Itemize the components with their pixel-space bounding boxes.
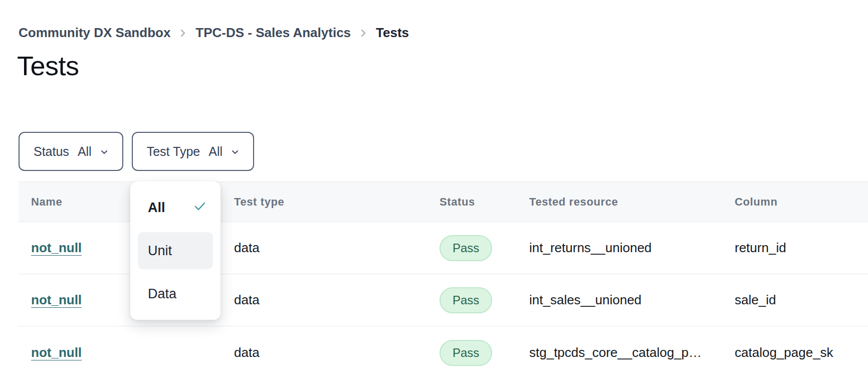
check-icon [194,200,206,216]
cell-tested-resource: int_sales__unioned [529,292,735,308]
status-badge: Pass [440,340,492,366]
test-name-link[interactable]: not_null [31,345,82,360]
test-name-link[interactable]: not_null [31,240,82,255]
dropdown-option-data[interactable]: Data [138,275,213,312]
dropdown-option-label: Unit [148,243,172,259]
dropdown-option-unit[interactable]: Unit [138,232,213,269]
breadcrumb: Community DX Sandbox TPC-DS - Sales Anal… [19,25,409,41]
test-type-filter-label: Test Type [147,144,200,159]
breadcrumb-item-current: Tests [376,25,409,41]
cell-name: not_null [31,345,234,360]
breadcrumb-item-project[interactable]: Community DX Sandbox [19,25,170,41]
column-header-tested-resource: Tested resource [529,196,735,209]
chevron-down-icon [99,147,109,157]
cell-status: Pass [440,235,529,261]
test-type-dropdown-menu: All Unit Data [130,181,221,320]
chevron-right-icon [179,27,187,40]
cell-column: return_id [735,240,868,256]
tests-page: Community DX Sandbox TPC-DS - Sales Anal… [0,0,868,379]
cell-column: sale_id [735,292,868,308]
column-header-status: Status [440,196,529,209]
filter-bar: Status All Test Type All [19,132,254,171]
table-row: not_null data Pass stg_tpcds_core__catal… [19,326,868,379]
test-name-link[interactable]: not_null [31,292,82,307]
status-badge: Pass [440,235,492,261]
cell-status: Pass [440,287,529,313]
status-filter-button[interactable]: Status All [19,132,123,171]
column-header-column: Column [735,196,868,209]
dropdown-option-label: Data [148,286,176,302]
cell-test-type: data [234,345,440,360]
cell-tested-resource: stg_tpcds_core__catalog_p… [529,345,735,360]
chevron-down-icon [230,147,240,157]
status-filter-label: Status [34,144,69,159]
test-type-filter-value: All [208,144,223,159]
cell-status: Pass [440,340,529,366]
cell-tested-resource: int_returns__unioned [529,240,735,256]
column-header-test-type: Test type [234,196,440,209]
dropdown-option-label: All [148,200,165,216]
status-filter-value: All [78,144,92,159]
cell-column: catalog_page_sk [735,345,868,360]
test-type-filter-button[interactable]: Test Type All [132,132,254,171]
cell-test-type: data [234,292,440,308]
breadcrumb-item-environment[interactable]: TPC-DS - Sales Analytics [195,25,351,41]
cell-test-type: data [234,240,440,256]
status-badge: Pass [440,287,492,313]
page-title: Tests [17,50,79,81]
chevron-right-icon [359,27,367,40]
dropdown-option-all[interactable]: All [138,189,213,226]
